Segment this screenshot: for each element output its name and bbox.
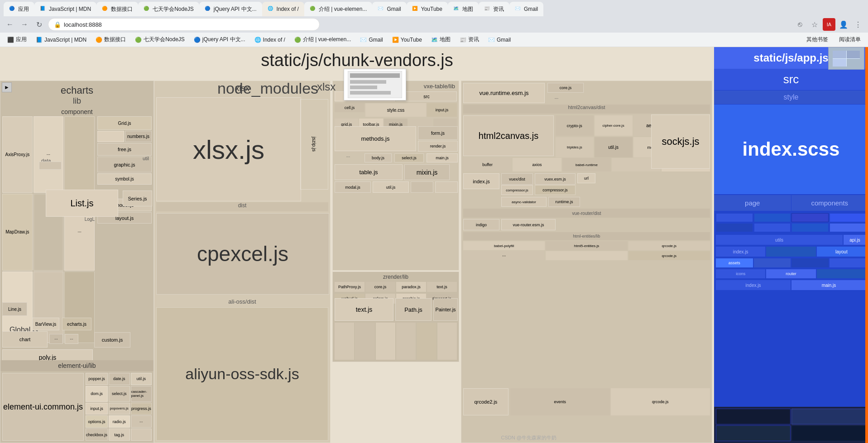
textjs-zr1[interactable]: text.js [427,282,457,292]
buffer-block[interactable]: buffer [463,158,512,171]
small-block2[interactable] [64,116,95,193]
zr-sm1[interactable] [335,323,354,360]
freejs-block[interactable]: free.js [97,143,152,156]
bg-cell1[interactable] [716,213,753,222]
axisproxyjs-block[interactable]: AxisProxy.js [2,116,33,193]
linejs-block[interactable]: Line.js [2,302,27,316]
page-section[interactable]: page [714,195,791,211]
formjs-block[interactable]: form.js [418,126,458,140]
vuex-dist-block[interactable]: vuex/dist [501,173,533,185]
qrcode2js-large-block[interactable]: qrcode2.js [463,388,508,415]
utiljs-crypto[interactable]: util.js [595,137,633,157]
tab-gmail1[interactable]: ✉️ Gmail [372,2,406,16]
sockjs-block[interactable]: sockjs.js [651,114,710,169]
triplesjs-block[interactable]: tripldes.js [556,137,594,157]
extension-icon[interactable]: IA [823,18,835,31]
small-block1[interactable]: ··· [34,116,64,193]
components-section[interactable]: components [791,195,868,211]
xlsxjs-block[interactable]: xlsx.js [156,97,301,201]
bookmark-data[interactable]: 🟠 数据接口 [92,35,129,44]
corejs-vue-block[interactable]: core.js [547,83,584,93]
vuex-esm-block[interactable]: vuex.esm.js [535,173,575,185]
globaljs-block[interactable]: custom.js [94,332,130,348]
vue-runtime-block[interactable]: vue.runtime.esm.js [463,83,545,103]
vue-router-esm-block[interactable]: vue-router.esm.js [501,219,556,230]
barviewjs-block[interactable]: chart [2,331,48,348]
blue-sm1[interactable] [766,247,815,257]
bookmark-mdn[interactable]: 📘 JavaScript | MDN [32,36,90,44]
babel-runtime-block[interactable]: babel-runtime [562,158,611,171]
mapdrawjs-block[interactable]: MapDraw.js [2,194,33,270]
datejs-block[interactable]: date.js [109,373,129,385]
mixin2-vxe-block[interactable]: mixin.js [404,164,450,180]
progressjs-block[interactable]: progress.js [131,403,152,415]
sidebar-toggle-button[interactable]: ► [2,82,12,92]
profile-icon[interactable]: 👤 [837,18,850,31]
bookmark-youtube[interactable]: ▶️ YouTube [388,36,426,44]
other-bookmarks[interactable]: 其他书签 [803,35,832,44]
dark-sm1[interactable] [716,409,791,424]
runtimejs-block[interactable]: runtime.js [548,197,580,207]
dots-block1[interactable]: ··· [49,334,63,344]
renderjs-block[interactable]: render.js [418,141,458,152]
extra-vxe-block[interactable] [411,181,433,193]
extra-elem-block[interactable] [131,429,152,441]
html2canvas-js-block[interactable]: html2canvas.js [463,115,554,156]
bookmark-jquery[interactable]: 🔵 jQuery API 中文... [190,35,249,44]
tab-vue[interactable]: 🟢 介绍 | vue-elemen... [304,2,373,16]
forward-button[interactable]: → [18,18,31,31]
data-block[interactable] [39,162,62,170]
selectjs-vxe-block[interactable]: select.js [394,153,424,162]
menu-icon[interactable]: ⋮ [852,18,864,31]
extra-vxe-block2[interactable] [435,181,458,193]
tab-mdn[interactable]: 📘 JavaScript | MDN [34,2,96,16]
index-scss-section[interactable]: index.scss [714,105,868,195]
sm-blue1[interactable] [754,258,791,267]
back-button[interactable]: ← [4,18,16,31]
bookmark-vue[interactable]: 🟢 介绍 | vue-elemen... [291,35,355,44]
small-block7[interactable] [64,272,95,343]
tab-youtube[interactable]: ▶️ YouTube [407,2,448,16]
aliyun-sdk-block[interactable]: aliyun-oss-sdk.js [156,307,328,441]
tab-map[interactable]: 🗺️ 地图 [448,2,479,16]
modaljs-block[interactable]: modal.js [335,181,371,193]
bg-cell6[interactable] [754,223,791,232]
small-eb2[interactable]: numbers.js [125,131,152,142]
vxe-table-section[interactable]: vxe-table/lib table src cell.js style.cs… [332,81,459,271]
tab-node[interactable]: 🟢 七天学会NodeJS [138,2,199,16]
pathjs-block[interactable]: Path.js [395,298,432,321]
sm-blue3[interactable] [830,258,867,267]
indigo-block[interactable]: indigo [463,219,499,230]
bodyjs-block[interactable]: body.js [364,153,392,162]
tab-news[interactable]: 📰 资讯 [479,2,509,16]
popoverjs-block[interactable]: popovers.js [109,403,129,415]
cpexceljs-block[interactable]: cpexcel.js [156,213,329,295]
corejs-zr[interactable]: core.js [365,282,395,292]
jszip-block[interactable]: jszip.js [300,99,328,190]
symboljs-block[interactable]: symbol.js [97,173,152,185]
painterjs-block[interactable]: Painter.js [433,298,458,321]
reload-button[interactable]: ↻ [33,18,45,31]
radiojs-block[interactable]: radio.js [109,415,129,428]
qrcodejs-block[interactable]: qrcode.js [628,241,710,250]
zr-sm2[interactable] [355,323,374,360]
bookmark-gmail2[interactable]: ✉️ Gmail [484,36,514,44]
zr-sm4[interactable] [396,323,416,360]
tab-jquery[interactable]: 🔵 jQuery API 中文... [199,2,262,16]
inputjs-elem-block[interactable]: input.js [86,403,108,415]
url-block[interactable]: url [577,173,595,183]
address-bar[interactable]: 🔒 localhost:8888 [48,18,320,31]
paradoxjs-block[interactable]: paradox.js [396,282,426,292]
bg-cell5[interactable] [716,223,753,232]
reading-list[interactable]: 阅读清单 [835,35,864,44]
bookmark-gmail1[interactable]: ✉️ Gmail [356,36,386,44]
sm-blue2[interactable] [791,258,829,267]
bg-cell3[interactable] [791,213,829,222]
compressorjs-block[interactable]: compressor.js [501,185,533,195]
indexjs-h2c-block[interactable]: index.js [463,173,499,189]
bg-cell2[interactable] [754,213,791,222]
small-eb1[interactable] [97,131,124,142]
dots-elem[interactable]: ··· [131,415,152,428]
utiljs-elem-block[interactable]: util.js [131,373,152,385]
mainjs-vxe-block[interactable]: main.js [427,153,458,162]
